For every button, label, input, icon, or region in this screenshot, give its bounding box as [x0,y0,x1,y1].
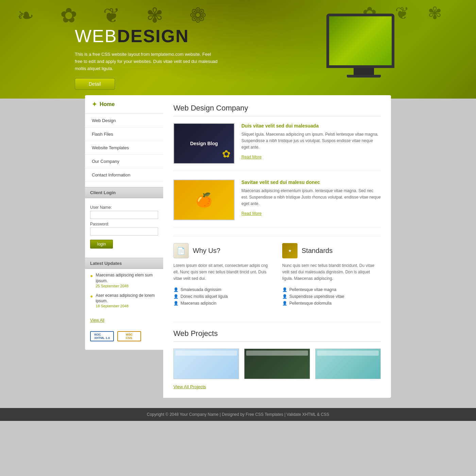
standards-column: ★ Standards Nunc quis sem nec tellus bla… [282,243,381,307]
why-us-column: 📄 Why Us? Lorem ipsum dolor sit amet, co… [173,243,272,307]
list-item: Pellentesque vitae magna [282,286,381,293]
monitor-screen [329,16,392,65]
article-text-1: Duis vitae velit sed dui malesuada Sliqu… [241,123,381,164]
why-us-list: Smalesuada dignissim Donec mollis alique… [173,286,272,307]
update-item-content: Maecenas adipiscing elem sum ipsum. 25 S… [96,272,158,288]
list-item: Smalesuada dignissim [173,286,272,293]
projects-grid [173,348,381,379]
article-text-2: Savitae velit sed dui malesu donec Maece… [241,180,381,220]
read-more-link-1[interactable]: Read More [241,155,261,159]
home-icon: ✦ [92,101,97,108]
monitor-body [326,14,394,68]
standards-body: Nunc quis sem nec tellus blandit tincidu… [282,262,381,282]
standards-header: ★ Standards [282,243,381,258]
hero-subtitle: This is a free CSS website layout from t… [75,51,218,72]
why-us-body: Lorem ipsum dolor sit amet, consectetuer… [173,262,272,282]
hero-section: WEBDESIGN This is a free CSS website lay… [0,0,476,99]
nav-home-label: Home [100,101,115,107]
view-all-projects-link[interactable]: View All Projects [173,384,381,389]
password-label: Password: [90,222,158,226]
footer-text: Copyright © 2048 Your Company Name | Des… [147,412,329,417]
standards-list: Pellentesque vitae magna Suspendisse usp… [282,286,381,307]
main-section-title: Web Design Company [173,104,381,116]
main-content: Web Design Company Duis vitae velit sed … [163,95,391,398]
client-login-header: Client Login [85,187,163,198]
login-form: User Name: Password: login [85,198,163,253]
hero-title: WEBDESIGN [75,27,218,45]
hero-title-web: WEB [75,26,117,46]
project-thumb-2 [244,348,310,379]
nav-item-web-design[interactable]: Web Design [85,114,163,128]
latest-updates-header: Latest Updates [85,258,163,269]
why-us-title: Why Us? [193,247,220,255]
monitor-stand [354,68,374,75]
sidebar: ✦ Home Web Design Flash Files Website Te… [85,95,163,350]
design-blog-thumb [174,124,234,163]
list-item: Donec mollis aliquet ligula [173,293,272,300]
article-item: Savitae velit sed dui malesu donec Maece… [173,180,381,227]
article-thumbnail-2 [173,180,235,220]
hero-decorative [0,0,476,99]
update-item-content: Aser ecenas adipiscing de lorem ipsum. 1… [96,293,158,308]
nav-item-flash-files[interactable]: Flash Files [85,128,163,141]
article-heading-1: Duis vitae velit sed dui malesuada [241,123,381,129]
article-thumbnail-1 [173,123,235,164]
update-item-text: Maecenas adipiscing elem sum ipsum. [96,272,158,284]
password-input[interactable] [90,227,158,236]
projects-title: Web Projects [173,329,381,342]
standards-icon: ★ [282,243,298,258]
list-item: Pellentesque dolomulla [282,300,381,307]
w3c-css-badge: W3CCSS [117,331,141,341]
hero-monitor [326,14,401,82]
why-us-icon: 📄 [173,243,189,258]
list-item: Suspendisse uspendisse vitae [282,293,381,300]
login-button[interactable]: login [90,240,113,249]
article-body-2: Maecenas adipiscing elementum ipsum. len… [241,188,381,207]
fruit-juice-thumb [174,180,234,220]
nav-item-website-templates[interactable]: Website Templates [85,141,163,155]
standards-title: Standards [302,247,333,255]
article-body-1: Sliquet lgula. Maecenas adipiscing um ip… [241,131,381,151]
nav-home[interactable]: ✦ Home [85,95,163,114]
update-bullet-icon: ● [90,273,93,278]
updates-list: ● Maecenas adipiscing elem sum ipsum. 25… [85,269,163,316]
w3c-xhtml-badge: W3CXHTML 1.0 [90,331,114,341]
nav-item-contact-information[interactable]: Contact Information [85,168,163,182]
list-item: ● Maecenas adipiscing elem sum ipsum. 25… [90,272,158,288]
list-item: Maecenas adipiscin [173,300,272,307]
projects-section: Web Projects View All Projects [173,322,381,389]
why-us-header: 📄 Why Us? [173,243,272,258]
username-label: User Name: [90,205,158,210]
main-wrapper: ✦ Home Web Design Flash Files Website Te… [85,95,391,398]
project-thumb-1 [173,348,239,379]
monitor-base [347,75,381,78]
project-thumb-3 [315,348,381,379]
article-heading-2: Savitae velit sed dui malesu donec [241,180,381,185]
hero-content: WEBDESIGN This is a free CSS website lay… [75,27,218,90]
badges-area: W3CXHTML 1.0 W3CCSS [85,326,163,343]
update-item-text: Aser ecenas adipiscing de lorem ipsum. [96,293,158,304]
features-section: 📄 Why Us? Lorem ipsum dolor sit amet, co… [173,236,381,313]
update-bullet-icon: ● [90,293,93,299]
article-item: Duis vitae velit sed dui malesuada Sliqu… [173,123,381,171]
content-area: ✦ Home Web Design Flash Files Website Te… [85,95,391,398]
update-item-date: 25 September 2048 [96,284,158,288]
nav-item-our-company[interactable]: Our Company [85,155,163,168]
hero-title-design: DESIGN [117,26,189,46]
footer: Copyright © 2048 Your Company Name | Des… [0,408,476,421]
updates-view-all-link[interactable]: View All [85,316,163,326]
username-input[interactable] [90,211,158,219]
hero-detail-button[interactable]: Detail [75,78,115,90]
list-item: ● Aser ecenas adipiscing de lorem ipsum.… [90,293,158,308]
read-more-link-2[interactable]: Read More [241,211,261,216]
update-item-date: 18 September 2048 [96,304,158,308]
